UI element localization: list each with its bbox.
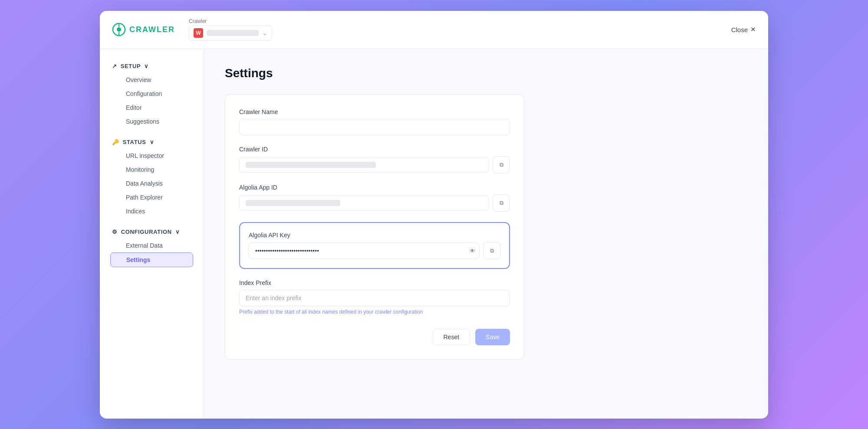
algolia-app-id-label: Algolia App ID <box>239 184 510 191</box>
index-prefix-input[interactable] <box>239 290 510 306</box>
algolia-api-key-section: Algolia API Key 👁 ⧉ <box>239 222 510 269</box>
index-prefix-group: Index Prefix Prefix added to the start o… <box>239 279 510 315</box>
algolia-api-key-wrapper: 👁 <box>249 242 480 259</box>
algolia-api-key-label: Algolia API Key <box>249 232 500 239</box>
crawler-name <box>207 30 259 36</box>
chevron-down-icon: ⌄ <box>262 29 267 36</box>
algolia-api-key-input-row: 👁 ⧉ <box>249 242 500 259</box>
setup-icon: ↗ <box>112 63 117 69</box>
algolia-app-id-copy-button[interactable]: ⧉ <box>493 194 510 212</box>
reset-button[interactable]: Reset <box>433 329 470 345</box>
crawler-name-group: Crawler Name <box>239 108 510 135</box>
crawler-name-label: Crawler Name <box>239 108 510 115</box>
form-footer: Reset Save <box>239 329 510 345</box>
sidebar-item-indices[interactable]: Indices <box>110 204 193 218</box>
crawler-id-label: Crawler ID <box>239 146 510 153</box>
copy-icon: ⧉ <box>500 161 503 168</box>
status-label: STATUS <box>123 139 146 145</box>
sidebar-item-path-explorer[interactable]: Path Explorer <box>110 190 193 204</box>
sidebar: ↗ SETUP ∨ Overview Configuration Editor … <box>100 49 204 419</box>
crawler-id-group: Crawler ID ⧉ <box>239 146 510 174</box>
top-bar-left: CRAWLER Crawler W ⌄ <box>112 18 272 41</box>
close-button[interactable]: Close ✕ <box>731 26 756 33</box>
configuration-section-header[interactable]: ⚙ CONFIGURATION ∨ <box>107 225 197 239</box>
main-layout: ↗ SETUP ∨ Overview Configuration Editor … <box>100 49 768 419</box>
crawler-badge: W <box>194 28 203 38</box>
algolia-api-key-input[interactable] <box>249 242 480 259</box>
save-button[interactable]: Save <box>475 329 510 345</box>
configuration-section: ⚙ CONFIGURATION ∨ External Data Settings <box>100 225 204 267</box>
setup-chevron-icon: ∨ <box>144 63 149 69</box>
app-window: CRAWLER Crawler W ⌄ Close ✕ ↗ SE <box>100 11 768 419</box>
content-area: Settings Crawler Name Crawler ID ⧉ <box>204 49 768 419</box>
setup-section-header[interactable]: ↗ SETUP ∨ <box>107 59 197 73</box>
sidebar-item-settings[interactable]: Settings <box>110 252 193 267</box>
sidebar-item-url-inspector[interactable]: URL inspector <box>110 149 193 163</box>
toggle-password-button[interactable]: 👁 <box>470 247 475 254</box>
eye-icon: 👁 <box>470 247 475 254</box>
app-title: CRAWLER <box>129 25 175 34</box>
sidebar-item-data-analysis[interactable]: Data Analysis <box>110 177 193 190</box>
crawler-label: Crawler <box>189 18 272 24</box>
index-prefix-label: Index Prefix <box>239 279 510 286</box>
sidebar-item-suggestions[interactable]: Suggestions <box>110 115 193 128</box>
sidebar-item-editor[interactable]: Editor <box>110 101 193 115</box>
page-title: Settings <box>225 66 747 80</box>
sidebar-item-overview[interactable]: Overview <box>110 73 193 87</box>
copy-icon: ⧉ <box>500 200 503 206</box>
svg-point-1 <box>117 27 121 32</box>
setup-label: SETUP <box>121 63 141 69</box>
top-bar: CRAWLER Crawler W ⌄ Close ✕ <box>100 11 768 49</box>
crawler-id-blurred <box>246 162 376 168</box>
configuration-icon: ⚙ <box>112 229 118 235</box>
index-prefix-hint: Prefix added to the start of all index n… <box>239 309 510 315</box>
algolia-app-id-display <box>239 195 489 211</box>
status-chevron-icon: ∨ <box>150 139 155 145</box>
configuration-chevron-icon: ∨ <box>175 229 180 235</box>
algolia-app-id-blurred <box>246 200 340 206</box>
algolia-api-key-copy-button[interactable]: ⧉ <box>483 242 500 259</box>
status-section: 🔑 STATUS ∨ URL inspector Monitoring Data… <box>100 135 204 218</box>
crawler-dropdown[interactable]: W ⌄ <box>189 25 272 41</box>
algolia-app-id-group: Algolia App ID ⧉ <box>239 184 510 212</box>
status-section-header[interactable]: 🔑 STATUS ∨ <box>107 135 197 149</box>
status-icon: 🔑 <box>112 139 119 145</box>
settings-form-card: Crawler Name Crawler ID ⧉ <box>225 94 524 360</box>
logo: CRAWLER <box>112 23 175 36</box>
logo-icon <box>112 23 126 36</box>
crawler-id-input-row: ⧉ <box>239 156 510 174</box>
crawler-selector: Crawler W ⌄ <box>189 18 272 41</box>
close-label: Close <box>731 26 748 33</box>
crawler-id-copy-button[interactable]: ⧉ <box>493 156 510 174</box>
sidebar-item-monitoring[interactable]: Monitoring <box>110 163 193 177</box>
configuration-label: CONFIGURATION <box>121 229 172 235</box>
crawler-id-display <box>239 157 489 173</box>
crawler-name-input[interactable] <box>239 119 510 135</box>
algolia-app-id-input-row: ⧉ <box>239 194 510 212</box>
setup-section: ↗ SETUP ∨ Overview Configuration Editor … <box>100 59 204 128</box>
sidebar-item-external-data[interactable]: External Data <box>110 239 193 252</box>
sidebar-item-configuration[interactable]: Configuration <box>110 87 193 101</box>
close-icon: ✕ <box>750 26 756 33</box>
copy-icon: ⧉ <box>490 247 494 254</box>
